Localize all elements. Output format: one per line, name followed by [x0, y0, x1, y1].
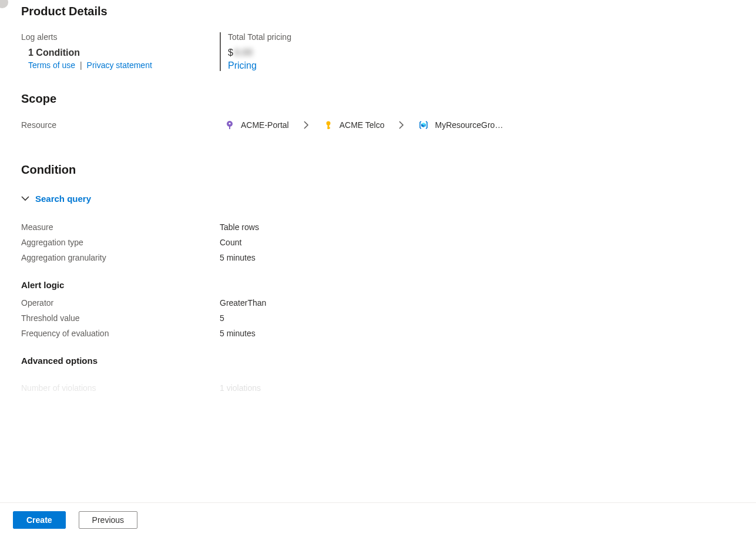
numviol-value: 1 violations	[220, 383, 261, 393]
chevron-right-icon	[303, 121, 309, 129]
scope-heading: Scope	[21, 92, 756, 106]
key-icon	[323, 120, 334, 130]
alert-logic-properties: Operator GreaterThan Threshold value 5 F…	[21, 298, 756, 338]
alert-logic-heading: Alert logic	[21, 280, 756, 290]
main-content: Product Details Log alerts 1 Condition T…	[0, 0, 756, 492]
create-button[interactable]: Create	[13, 511, 66, 529]
measure-key: Measure	[21, 222, 220, 232]
svg-rect-1	[229, 126, 230, 129]
condition-count: 1 Condition	[28, 48, 220, 58]
resource-label: Resource	[21, 120, 224, 130]
search-query-toggle[interactable]: Search query	[21, 193, 91, 204]
aggtype-value: Count	[220, 238, 756, 247]
footer-bar: Create Previous	[0, 502, 756, 537]
insights-icon	[224, 120, 235, 130]
price-value-blurred: 0.00	[234, 48, 253, 58]
breadcrumb-portal[interactable]: ACME-Portal	[224, 120, 289, 130]
product-columns: Log alerts 1 Condition Terms of use | Pr…	[21, 32, 756, 71]
resourcegroup-icon	[418, 120, 429, 130]
operator-key: Operator	[21, 298, 220, 308]
product-details-heading: Product Details	[21, 5, 756, 18]
threshold-value: 5	[220, 313, 756, 323]
previous-button[interactable]: Previous	[79, 511, 137, 529]
breadcrumb-label: MyResourceGro…	[435, 120, 503, 130]
search-query-label: Search query	[35, 194, 91, 204]
threshold-key: Threshold value	[21, 313, 220, 323]
pricing-link[interactable]: Pricing	[228, 60, 257, 70]
chevron-down-icon	[21, 193, 29, 204]
breadcrumb-resourcegroup[interactable]: MyResourceGro…	[418, 120, 503, 130]
agggran-value: 5 minutes	[220, 253, 756, 262]
currency-symbol: $	[228, 48, 233, 58]
operator-value: GreaterThan	[220, 298, 756, 308]
advanced-cutoff-row: Number of violations 1 violations	[21, 383, 756, 393]
chevron-right-icon	[398, 121, 404, 129]
link-separator: |	[78, 60, 85, 70]
advanced-options-heading: Advanced options	[21, 356, 756, 366]
scope-row: Resource ACME-Portal ACME Telco MyResour…	[21, 120, 756, 130]
legal-links: Terms of use | Privacy statement	[28, 60, 220, 70]
total-pricing-label: Total Total pricing	[228, 32, 291, 42]
condition-heading: Condition	[21, 163, 756, 177]
measure-value: Table rows	[220, 222, 756, 232]
aggtype-key: Aggregation type	[21, 238, 220, 247]
freq-value: 5 minutes	[220, 329, 756, 338]
condition-properties: Measure Table rows Aggregation type Coun…	[21, 222, 756, 262]
product-right-column: Total Total pricing $ 0.00 Pricing	[220, 32, 291, 71]
breadcrumb-label: ACME Telco	[340, 120, 385, 130]
breadcrumb-subscription[interactable]: ACME Telco	[323, 120, 385, 130]
freq-key: Frequency of evaluation	[21, 329, 220, 338]
numviol-key: Number of violations	[21, 383, 220, 393]
price-display: $ 0.00	[228, 48, 291, 58]
svg-point-2	[229, 123, 230, 124]
log-alerts-label: Log alerts	[21, 32, 220, 42]
terms-link[interactable]: Terms of use	[28, 60, 75, 70]
agggran-key: Aggregation granularity	[21, 253, 220, 262]
privacy-link[interactable]: Privacy statement	[87, 60, 152, 70]
svg-rect-5	[327, 127, 330, 129]
breadcrumb-label: ACME-Portal	[241, 120, 289, 130]
product-left-column: Log alerts 1 Condition Terms of use | Pr…	[21, 32, 220, 71]
